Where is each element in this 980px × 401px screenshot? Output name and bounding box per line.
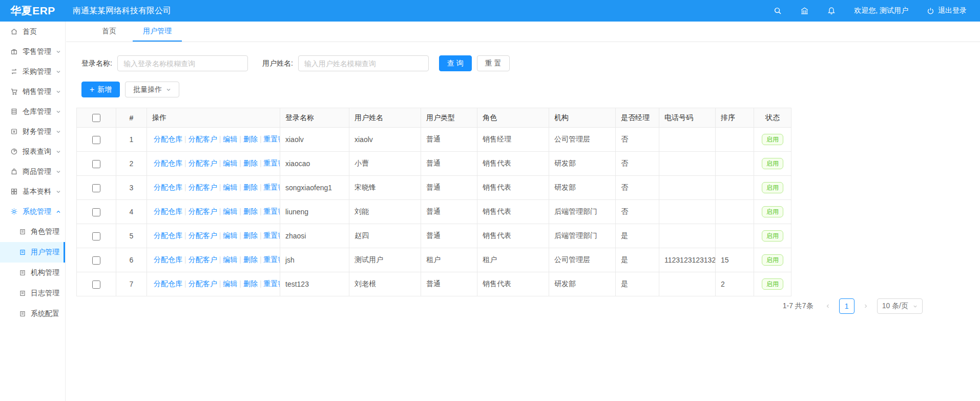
assign-warehouse-link[interactable]: 分配仓库 [152,135,184,143]
select-all-cell [77,108,116,128]
tab-2[interactable]: 用户管理 [133,22,182,42]
edit-link[interactable]: 编辑 [221,207,239,215]
sidebar-item-2[interactable]: 零售管理 [0,42,65,62]
assign-customer-link[interactable]: 分配客户 [187,231,219,239]
page-size-select[interactable]: 10 条/页 [877,298,923,314]
delete-link[interactable]: 删除 [242,183,259,191]
pie-chart-icon [10,148,18,155]
reset-password-link[interactable]: 重置密码 [262,279,280,288]
status-badge[interactable]: 启用 [762,206,783,217]
sidebar-subitem-2[interactable]: 用户管理 [0,242,65,263]
assign-warehouse-link[interactable]: 分配仓库 [152,231,184,239]
chevron-down-icon [56,149,61,154]
assign-warehouse-link[interactable]: 分配仓库 [152,207,184,215]
logout-button[interactable]: 退出登录 [927,6,967,15]
edit-link[interactable]: 编辑 [221,231,239,239]
doc-icon [19,249,26,256]
delete-link[interactable]: 删除 [242,279,259,288]
sidebar-subitem-3[interactable]: 机构管理 [0,263,65,283]
table-row: 7分配仓库|分配客户|编辑|删除|重置密码test123刘老根普通销售代表研发部… [77,272,791,296]
row-checkbox[interactable] [92,232,100,240]
row-checkbox[interactable] [92,184,100,192]
power-icon [927,7,934,15]
edit-link[interactable]: 编辑 [221,255,239,264]
manager-cell: 是 [616,224,659,248]
action-separator: | [259,183,262,191]
sidebar-subitem-5[interactable]: 系统配置 [0,304,65,324]
edit-link[interactable]: 编辑 [221,159,239,167]
assign-warehouse-link[interactable]: 分配仓库 [152,255,184,264]
delete-link[interactable]: 删除 [242,207,259,215]
row-checkbox[interactable] [92,208,100,216]
assign-customer-link[interactable]: 分配客户 [187,255,219,264]
app-logo[interactable]: 华夏ERP [0,4,66,18]
search-button[interactable]: 查 询 [439,55,472,71]
status-badge[interactable]: 启用 [762,158,783,169]
reset-password-link[interactable]: 重置密码 [262,207,280,215]
select-all-checkbox[interactable] [92,114,100,122]
edit-link[interactable]: 编辑 [221,135,239,143]
row-checkbox[interactable] [92,160,100,168]
bank-icon[interactable] [800,7,809,15]
sidebar-item-3[interactable]: 采购管理 [0,62,65,82]
edit-link[interactable]: 编辑 [221,279,239,288]
reset-password-link[interactable]: 重置密码 [262,135,280,143]
row-checkbox[interactable] [92,256,100,265]
sidebar-item-5[interactable]: 仓库管理 [0,102,65,122]
content: 登录名称: 用户姓名: 查 询 重 置 + 新增 批量操作 #操作登录名称用户姓… [66,42,980,307]
status-badge[interactable]: 启用 [762,278,783,290]
assign-customer-link[interactable]: 分配客户 [187,159,219,167]
status-badge[interactable]: 启用 [762,134,783,145]
sidebar-item-1[interactable]: 首页 [0,22,65,42]
sidebar-subitem-4[interactable]: 日志管理 [0,283,65,304]
role-cell: 租户 [477,248,549,272]
assign-customer-link[interactable]: 分配客户 [187,183,219,191]
chevron-down-icon [56,109,61,114]
delete-link[interactable]: 删除 [242,255,259,264]
reset-password-link[interactable]: 重置密码 [262,183,280,191]
retail-icon [10,48,18,55]
sidebar-item-10[interactable]: 系统管理 [0,202,65,222]
reset-password-link[interactable]: 重置密码 [262,159,280,167]
assign-customer-link[interactable]: 分配客户 [187,135,219,143]
bell-icon[interactable] [827,7,836,15]
status-badge[interactable]: 启用 [762,254,783,266]
sidebar-subitem-1[interactable]: 角色管理 [0,222,65,242]
sort-cell [716,128,754,152]
status-badge[interactable]: 启用 [762,182,783,193]
sidebar-item-7[interactable]: 报表查询 [0,142,65,162]
delete-link[interactable]: 删除 [242,231,259,239]
edit-link[interactable]: 编辑 [221,183,239,191]
logout-label: 退出登录 [938,6,967,15]
action-separator: | [259,279,262,288]
tab-1[interactable]: 首页 [92,22,127,42]
sidebar-item-6[interactable]: 财务管理 [0,122,65,142]
row-checkbox[interactable] [92,280,100,289]
assign-warehouse-link[interactable]: 分配仓库 [152,279,184,288]
sidebar-item-4[interactable]: 销售管理 [0,82,65,102]
row-checkbox[interactable] [92,136,100,144]
search-icon[interactable] [774,7,782,15]
org-cell: 后端管理部门 [549,200,616,224]
assign-customer-link[interactable]: 分配客户 [187,207,219,215]
sidebar-item-8[interactable]: 商品管理 [0,162,65,182]
add-button[interactable]: + 新增 [81,82,120,97]
status-badge[interactable]: 启用 [762,230,783,242]
page-number-button[interactable]: 1 [839,298,854,314]
row-index-cell: 3 [116,176,147,200]
next-page-icon[interactable] [859,299,873,313]
login-name-input[interactable] [117,55,248,71]
assign-warehouse-link[interactable]: 分配仓库 [152,159,184,167]
sidebar-item-9[interactable]: 基本资料 [0,182,65,202]
reset-password-link[interactable]: 重置密码 [262,255,280,264]
assign-warehouse-link[interactable]: 分配仓库 [152,183,184,191]
assign-customer-link[interactable]: 分配客户 [187,279,219,288]
reset-password-link[interactable]: 重置密码 [262,231,280,239]
topbar-right: 欢迎您, 测试用户 退出登录 [755,6,980,15]
user-name-input[interactable] [298,55,429,71]
delete-link[interactable]: 删除 [242,159,259,167]
reset-button[interactable]: 重 置 [477,55,510,71]
delete-link[interactable]: 删除 [242,135,259,143]
prev-page-icon[interactable] [821,299,835,313]
batch-actions-button[interactable]: 批量操作 [125,82,179,97]
